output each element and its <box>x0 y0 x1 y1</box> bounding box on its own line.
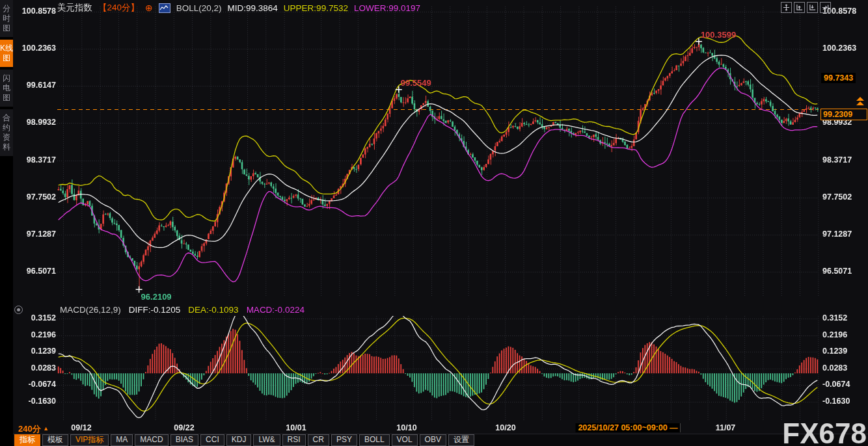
tool-button-MACD[interactable]: MACD <box>135 434 168 446</box>
macd-axis-label: -0.1630 <box>822 397 850 406</box>
x-axis-date-label: 10/01 <box>286 423 306 432</box>
chart-type-sidebar: 分时图K线图闪电图合约资料 <box>0 0 13 446</box>
mini-chart-icon[interactable] <box>159 3 170 13</box>
y-axis-label: 98.3717 <box>17 155 56 164</box>
sidebar-tab-K线图[interactable]: K线图 <box>0 40 13 67</box>
price-annotation: 96.2109 <box>141 292 172 302</box>
y-axis-label: 100.8578 <box>17 7 56 16</box>
tool-button-BIAS[interactable]: BIAS <box>170 434 198 446</box>
y-axis-label: 97.7502 <box>17 192 56 202</box>
selected-candle-time-label: 2025/10/27 05:00~09:00 — <box>575 423 680 432</box>
go-latest-icon[interactable] <box>820 2 831 13</box>
tool-button-KDJ[interactable]: KDJ <box>226 434 252 446</box>
macd-axis-label: -0.0674 <box>17 380 56 389</box>
macd-legend: MACD(26,12,9) DIFF:-0.1205 DEA:-0.1093 M… <box>60 305 305 315</box>
y-axis-label: 97.1287 <box>17 230 56 239</box>
boll-upper-value: UPPER:99.7532 <box>284 3 348 13</box>
sidebar-tab-闪电图[interactable]: 闪电图 <box>0 70 13 107</box>
macd-axis-label: 0.3152 <box>822 313 847 322</box>
tool-button-OBV[interactable]: OBV <box>420 434 446 446</box>
macd-axis-label: 0.2196 <box>17 330 56 339</box>
y-axis-label: 100.2363 <box>822 44 856 53</box>
tool-button-BOLL[interactable]: BOLL <box>359 434 390 446</box>
tool-button-设置[interactable]: 设置 <box>448 434 474 446</box>
boll-lower-value: LOWER:99.0197 <box>354 3 420 13</box>
macd-axis-label: -0.0674 <box>822 380 850 389</box>
sidebar-tab-合约资料[interactable]: 合约资料 <box>0 109 13 156</box>
main-chart-legend: 美元指数 【240分】 ⊕ BOLL(20,2) MID:99.3864 UPP… <box>57 2 420 14</box>
tool-button-VIP指标[interactable]: VIP指标 <box>70 434 109 446</box>
y-axis-label: 99.6147 <box>17 81 56 90</box>
price-chart-canvas[interactable] <box>0 0 868 446</box>
upper-band-price-tag: 99.7343 <box>821 73 856 83</box>
chart-toolbar <box>781 2 831 13</box>
macd-axis-label: 0.0283 <box>17 363 56 373</box>
y-axis-label: 98.9932 <box>17 118 56 127</box>
x-axis-date-label: 10/20 <box>495 423 515 432</box>
y-axis-label: 96.5071 <box>17 267 56 276</box>
tool-button-模板[interactable]: 模板 <box>42 434 68 446</box>
x-axis-date-label: 09/22 <box>174 423 194 432</box>
macd-axis-label: 0.2196 <box>822 330 847 339</box>
macd-axis-label: 0.0283 <box>822 363 847 373</box>
tool-button-指标[interactable]: 指标 <box>14 434 40 446</box>
macd-axis-label: -0.1630 <box>17 397 56 406</box>
x-axis-date-label: 09/12 <box>71 423 91 432</box>
price-annotation: 99.5549 <box>401 78 431 88</box>
y-axis-label: 100.2363 <box>17 44 56 53</box>
tool-button-LW&[interactable]: LW& <box>253 434 280 446</box>
tool-button-PSY[interactable]: PSY <box>331 434 357 446</box>
x-axis-date-label: 10/10 <box>396 423 416 432</box>
boll-mid-value: MID:99.3864 <box>228 3 278 13</box>
zoom-out-axis-icon[interactable] <box>807 2 818 13</box>
sidebar-tab-分时图[interactable]: 分时图 <box>0 0 13 37</box>
x-axis-date-label: 11/07 <box>716 423 736 432</box>
price-up-arrow-icon <box>856 97 864 106</box>
y-axis-label: 98.3717 <box>822 155 852 164</box>
macd-dea-value: DEA:-0.1093 <box>188 305 238 315</box>
indicator-pane-icon[interactable] <box>14 306 23 314</box>
add-overlay-icon[interactable]: ⊕ <box>145 3 153 13</box>
macd-axis-label: 0.1239 <box>822 347 847 356</box>
x-axis-row: 240分 ▲ 09/1209/2210/0110/1010/202025/10/… <box>0 423 868 434</box>
current-price-tag: 99.2309 <box>821 109 867 120</box>
price-annotation: 100.3599 <box>701 30 736 40</box>
tool-button-RSI[interactable]: RSI <box>282 434 306 446</box>
pan-icon[interactable] <box>781 2 792 13</box>
symbol-name: 美元指数 <box>57 2 92 14</box>
macd-axis-label: 0.3152 <box>17 313 56 322</box>
trading-app-window: 分时图K线图闪电图合约资料 美元指数 【240分】 ⊕ BOLL(20,2) M… <box>0 0 868 446</box>
indicator-name: BOLL(20,2) <box>176 3 222 13</box>
zoom-in-axis-icon[interactable] <box>794 2 805 13</box>
tool-button-VOL[interactable]: VOL <box>392 434 418 446</box>
period-dropdown-icon: ▲ <box>43 425 49 432</box>
y-axis-label: 97.1287 <box>822 230 852 239</box>
tool-button-MA[interactable]: MA <box>111 434 133 446</box>
macd-axis-label: 0.1239 <box>17 347 56 356</box>
y-axis-label: 96.5071 <box>822 267 852 276</box>
y-axis-label: 97.7502 <box>822 192 852 202</box>
tool-button-CR[interactable]: CR <box>308 434 329 446</box>
tool-button-CCI[interactable]: CCI <box>200 434 224 446</box>
macd-macd-value: MACD:-0.0224 <box>247 305 305 315</box>
indicator-toolbar: 指标模板VIP指标MAMACDBIASCCIKDJLW&RSICRPSYBOLL… <box>0 434 868 446</box>
period-label: 【240分】 <box>98 2 139 14</box>
macd-name: MACD(26,12,9) <box>60 305 121 315</box>
macd-diff-value: DIFF:-0.1205 <box>129 305 181 315</box>
